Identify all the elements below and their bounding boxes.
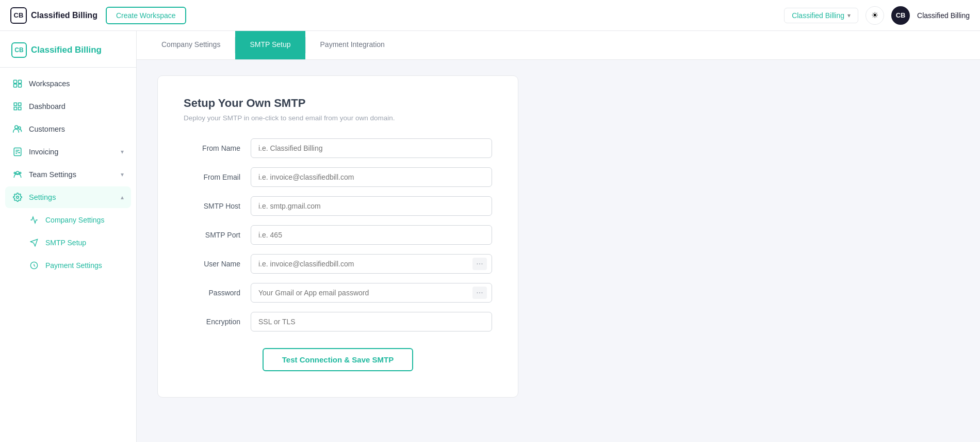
- company-settings-icon: [29, 215, 39, 225]
- sidebar-item-smtp-setup[interactable]: SMTP Setup: [5, 232, 131, 254]
- sidebar-company-settings-label: Company Settings: [45, 216, 104, 224]
- user-name-row: User Name ···: [184, 254, 492, 274]
- svg-rect-2: [14, 84, 17, 87]
- password-label: Password: [184, 289, 240, 297]
- svg-point-8: [15, 125, 18, 129]
- main-content: Company Settings SMTP Setup Payment Inte…: [137, 31, 980, 442]
- dashboard-icon: [12, 101, 23, 112]
- sidebar-brand: CB Classified Billing: [0, 40, 136, 68]
- user-name-input[interactable]: [251, 254, 492, 274]
- svg-point-11: [19, 152, 20, 153]
- smtp-port-label: SMTP Port: [184, 231, 240, 239]
- sidebar: CB Classified Billing Workspaces Dashboa…: [0, 31, 137, 442]
- sidebar-customers-label: Customers: [29, 125, 65, 133]
- svg-rect-0: [14, 80, 17, 83]
- sidebar-item-settings[interactable]: Settings ▴: [5, 186, 131, 208]
- theme-toggle-button[interactable]: ☀: [865, 6, 884, 25]
- from-email-input-wrap: [251, 167, 492, 187]
- from-email-label: From Email: [184, 173, 240, 181]
- tab-bar: Company Settings SMTP Setup Payment Inte…: [137, 31, 980, 60]
- form-subtitle: Deploy your SMTP in one-click to send em…: [184, 114, 492, 122]
- svg-point-15: [17, 196, 19, 199]
- sidebar-smtp-label: SMTP Setup: [45, 239, 86, 247]
- top-nav-left: CB Classified Billing Create Workspace: [10, 7, 186, 24]
- sidebar-settings-label: Settings: [29, 193, 56, 201]
- main-layout: CB Classified Billing Workspaces Dashboa…: [0, 31, 980, 442]
- smtp-host-row: SMTP Host: [184, 196, 492, 216]
- smtp-host-label: SMTP Host: [184, 202, 240, 210]
- svg-rect-6: [14, 107, 17, 110]
- from-name-label: From Name: [184, 144, 240, 152]
- sidebar-team-settings-label: Team Settings: [29, 170, 76, 179]
- top-logo-icon: CB: [10, 7, 27, 24]
- workspaces-icon: [12, 78, 23, 89]
- create-workspace-button[interactable]: Create Workspace: [106, 7, 186, 24]
- tab-smtp-setup-label: SMTP Setup: [250, 40, 290, 49]
- tab-company-settings[interactable]: Company Settings: [147, 31, 235, 59]
- form-area: Setup Your Own SMTP Deploy your SMTP in …: [137, 60, 980, 413]
- smtp-port-input[interactable]: [251, 225, 492, 245]
- user-name-label: User Name: [184, 260, 240, 268]
- password-row: Password ···: [184, 283, 492, 303]
- sidebar-payment-settings-label: Payment Settings: [45, 261, 102, 270]
- sidebar-invoicing-label: Invoicing: [29, 148, 58, 156]
- smtp-form-card: Setup Your Own SMTP Deploy your SMTP in …: [157, 75, 518, 398]
- workspace-selector-label: Classified Billing: [792, 11, 844, 20]
- user-name-more-button[interactable]: ···: [472, 258, 487, 270]
- tab-company-settings-label: Company Settings: [161, 40, 220, 49]
- password-input[interactable]: [251, 283, 492, 303]
- svg-point-13: [20, 172, 21, 174]
- customers-icon: [12, 124, 23, 134]
- encryption-row: Encryption: [184, 312, 492, 332]
- sidebar-item-dashboard[interactable]: Dashboard: [5, 96, 131, 117]
- sun-icon: ☀: [871, 10, 878, 20]
- svg-rect-7: [19, 107, 21, 110]
- sidebar-nav: Workspaces Dashboard Customers: [0, 73, 136, 276]
- workspace-selector[interactable]: Classified Billing ▾: [784, 8, 858, 23]
- user-name-input-wrap: ···: [251, 254, 492, 274]
- from-name-input[interactable]: [251, 138, 492, 158]
- encryption-input[interactable]: [251, 312, 492, 332]
- sidebar-item-company-settings[interactable]: Company Settings: [5, 209, 131, 231]
- chevron-down-icon: ▾: [847, 12, 851, 19]
- smtp-port-input-wrap: [251, 225, 492, 245]
- top-nav-right: Classified Billing ▾ ☀ CB Classified Bil…: [784, 6, 970, 25]
- smtp-port-row: SMTP Port: [184, 225, 492, 245]
- tab-smtp-setup[interactable]: SMTP Setup: [235, 31, 305, 59]
- top-nav-logo: CB Classified Billing: [10, 7, 97, 24]
- from-email-input[interactable]: [251, 167, 492, 187]
- sidebar-item-workspaces[interactable]: Workspaces: [5, 73, 131, 94]
- sidebar-item-customers[interactable]: Customers: [5, 118, 131, 140]
- settings-icon: [12, 192, 23, 202]
- team-settings-icon: [12, 169, 23, 180]
- tab-payment-integration[interactable]: Payment Integration: [306, 31, 399, 59]
- svg-marker-16: [30, 239, 37, 246]
- svg-point-9: [19, 127, 21, 130]
- invoicing-arrow-icon: ▾: [121, 148, 124, 155]
- team-settings-arrow-icon: ▾: [121, 171, 124, 178]
- tab-payment-integration-label: Payment Integration: [320, 40, 385, 49]
- from-name-row: From Name: [184, 138, 492, 158]
- sidebar-brand-name: Classified Billing: [31, 45, 102, 55]
- settings-arrow-icon: ▴: [121, 194, 124, 201]
- payment-icon: [29, 260, 39, 271]
- smtp-host-input-wrap: [251, 196, 492, 216]
- smtp-host-input[interactable]: [251, 196, 492, 216]
- sidebar-logo-icon: CB: [11, 42, 27, 58]
- svg-rect-3: [19, 84, 22, 87]
- sidebar-dashboard-label: Dashboard: [29, 102, 66, 110]
- form-title: Setup Your Own SMTP: [184, 97, 492, 110]
- sidebar-item-payment-settings[interactable]: Payment Settings: [5, 255, 131, 276]
- avatar: CB: [891, 6, 910, 25]
- encryption-input-wrap: [251, 312, 492, 332]
- password-input-wrap: ···: [251, 283, 492, 303]
- invoicing-icon: [12, 147, 23, 157]
- encryption-label: Encryption: [184, 318, 240, 326]
- sidebar-item-invoicing[interactable]: Invoicing ▾: [5, 141, 131, 163]
- svg-rect-4: [14, 103, 17, 105]
- svg-point-14: [14, 172, 15, 174]
- sidebar-item-team-settings[interactable]: Team Settings ▾: [5, 164, 131, 185]
- top-nav-username: Classified Billing: [917, 11, 970, 20]
- save-smtp-button[interactable]: Test Connection & Save SMTP: [263, 348, 413, 371]
- password-more-button[interactable]: ···: [472, 287, 487, 299]
